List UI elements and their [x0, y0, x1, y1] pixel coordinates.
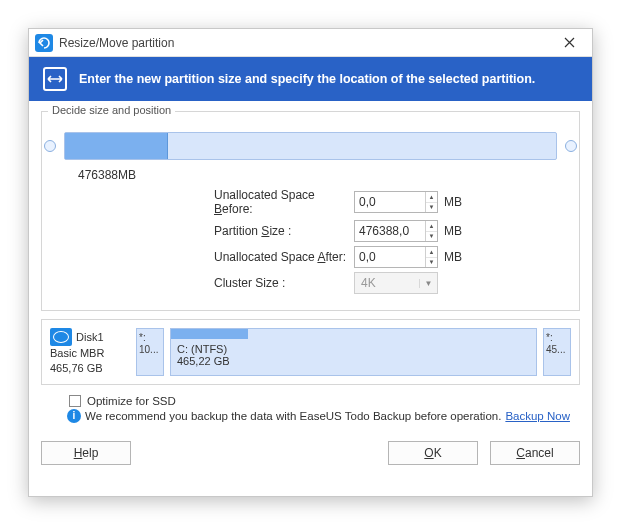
partition-used-fill — [65, 133, 168, 159]
close-icon — [564, 37, 575, 48]
instruction-text: Enter the new partition size and specify… — [79, 72, 535, 86]
row-unalloc-before: Unallocated Space Before: ▲▼ MB — [54, 188, 567, 216]
spin-down-icon[interactable]: ▼ — [426, 232, 437, 242]
input-partition-size-field[interactable] — [355, 221, 425, 241]
chevron-down-icon: ▼ — [419, 279, 437, 288]
cancel-button[interactable]: Cancel — [490, 441, 580, 465]
spin-up-icon[interactable]: ▲ — [426, 221, 437, 232]
dialog-window: Resize/Move partition Enter the new part… — [28, 28, 593, 497]
cluster-value: 4K — [355, 276, 419, 290]
row-cluster-size: Cluster Size : 4K ▼ — [54, 272, 567, 294]
input-unalloc-after[interactable]: ▲▼ — [354, 246, 438, 268]
label-optimize-ssd: Optimize for SSD — [87, 395, 176, 407]
unit-mb: MB — [444, 250, 462, 264]
label-unalloc-before: Unallocated Space Before: — [54, 188, 354, 216]
label-unalloc-after: Unallocated Space After: — [54, 250, 354, 264]
spin-down-icon[interactable]: ▼ — [426, 203, 437, 213]
partition-track[interactable] — [64, 132, 557, 160]
ssd-option-row: Optimize for SSD — [69, 395, 580, 407]
input-unalloc-before-field[interactable] — [355, 192, 425, 212]
input-partition-size[interactable]: ▲▼ — [354, 220, 438, 242]
input-unalloc-before[interactable]: ▲▼ — [354, 191, 438, 213]
button-bar: Help OK Cancel — [29, 431, 592, 475]
main-partition-label: C: (NTFS) — [177, 343, 530, 355]
form-rows: Unallocated Space Before: ▲▼ MB Partitio… — [54, 188, 567, 294]
mini-partition-left[interactable]: *: 10... — [136, 328, 164, 376]
checkbox-optimize-ssd[interactable] — [69, 395, 81, 407]
disk-info: Disk1 Basic MBR 465,76 GB — [50, 328, 130, 376]
spin-down-icon[interactable]: ▼ — [426, 258, 437, 268]
partition-used-bar — [171, 329, 248, 339]
app-icon — [35, 34, 53, 52]
titlebar: Resize/Move partition — [29, 29, 592, 57]
help-button[interactable]: Help — [41, 441, 131, 465]
spin-up-icon[interactable]: ▲ — [426, 192, 437, 203]
size-fieldset: Decide size and position 476388MB Unallo… — [41, 111, 580, 311]
partition-size-text: 476388MB — [78, 168, 567, 182]
mini-partition-right[interactable]: *: 45... — [543, 328, 571, 376]
row-unalloc-after: Unallocated Space After: ▲▼ MB — [54, 246, 567, 268]
fieldset-legend: Decide size and position — [48, 104, 175, 116]
main-partition[interactable]: C: (NTFS) 465,22 GB — [170, 328, 537, 376]
disk-layout: Disk1 Basic MBR 465,76 GB *: 10... C: (N… — [41, 319, 580, 385]
disk-name: Disk1 — [76, 330, 104, 345]
main-partition-size: 465,22 GB — [177, 355, 530, 367]
disk-capacity: 465,76 GB — [50, 361, 130, 376]
window-title: Resize/Move partition — [59, 36, 552, 50]
resize-handle-right[interactable] — [565, 140, 577, 152]
label-cluster-size: Cluster Size : — [54, 276, 354, 290]
info-icon: i — [67, 409, 81, 423]
select-cluster-size: 4K ▼ — [354, 272, 438, 294]
label-partition-size: Partition Size : — [54, 224, 354, 238]
resize-icon — [43, 67, 67, 91]
ok-button[interactable]: OK — [388, 441, 478, 465]
backup-now-link[interactable]: Backup Now — [505, 410, 570, 422]
resize-handle-left[interactable] — [44, 140, 56, 152]
spin-up-icon[interactable]: ▲ — [426, 247, 437, 258]
disk-icon — [50, 328, 72, 346]
row-partition-size: Partition Size : ▲▼ MB — [54, 220, 567, 242]
unit-mb: MB — [444, 224, 462, 238]
instruction-banner: Enter the new partition size and specify… — [29, 57, 592, 101]
content-area: Decide size and position 476388MB Unallo… — [29, 101, 592, 431]
recommendation-text: We recommend you backup the data with Ea… — [85, 410, 501, 422]
input-unalloc-after-field[interactable] — [355, 247, 425, 267]
disk-type: Basic MBR — [50, 346, 130, 361]
recommendation-row: i We recommend you backup the data with … — [67, 409, 580, 423]
close-button[interactable] — [552, 31, 586, 55]
unit-mb: MB — [444, 195, 462, 209]
